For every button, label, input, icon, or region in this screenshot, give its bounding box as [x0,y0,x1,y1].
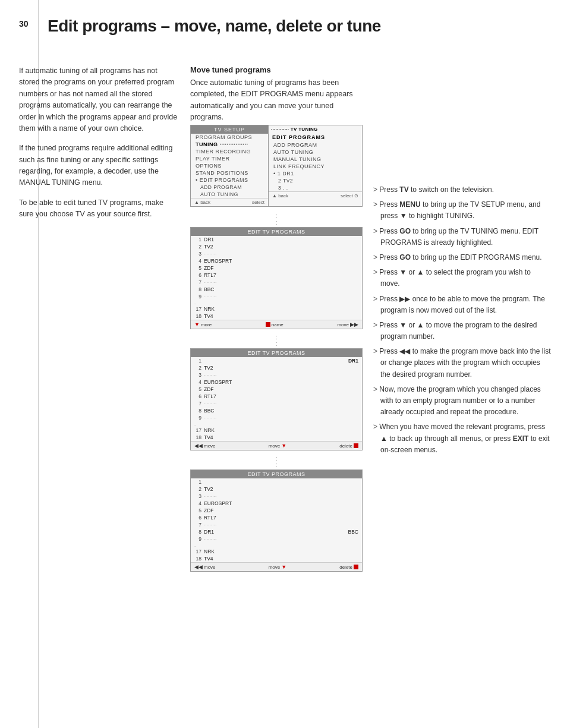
menu-right-panel: ············ TV TUNING EDIT PROGRAMS ADD… [268,125,362,206]
connector-1: :: [190,212,363,227]
prog-row-3-8: 8DR1BBC [191,528,362,535]
menu-edit-programs-label: EDIT PROGRAMS [269,133,362,141]
prog-footer-1: ▼ more name move ▶▶ [191,320,362,329]
menus-container: TV SETUP PROGRAM GROUPS TUNING ·········… [190,125,363,575]
left-para-1: If automatic tuning of all programs has … [19,65,179,134]
prog-header-2: EDIT TV PROGRAMS [191,349,362,357]
prog-row-1-17: 17NRK [191,305,362,313]
prog-list-1: EDIT TV PROGRAMS 1DR1 2TV2 3········· 4E… [190,227,363,329]
menu-item-timer-rec: TIMER RECORDING [191,148,268,155]
footer-move-left-3: ◀◀ move [194,564,216,570]
prog-header-1: EDIT TV PROGRAMS [191,228,362,236]
prog-row-1-9: 9········· [191,293,362,300]
select-btn: select [252,200,264,205]
prog-row-1-2: 2TV2 [191,243,362,250]
menu-left-panel: TV SETUP PROGRAM GROUPS TUNING ·········… [191,125,268,206]
menu-add-program: ADD PROGRAM [269,141,362,149]
select-btn-r: select ⊙ [341,193,358,198]
menu-footer-left: ▲ back select [191,198,268,206]
prog-row-2-8: 8BBC [191,407,362,414]
menu-item-stand-pos: STAND POSITIONS [191,169,268,177]
prog-row-2-6: 6RTL7 [191,393,362,400]
instr-2: Press MENU to bring up the TV SETUP menu… [373,199,552,222]
prog-row-2-7: 7········· [191,400,362,407]
prog-row-1-1: 1DR1 [191,236,362,243]
instr-9: Now, move the program which you changed … [373,384,552,418]
menu-item-tuning: TUNING ················ [191,141,268,148]
connector-3: :: [190,454,363,469]
prog-list-3: EDIT TV PROGRAMS 1 2TV2 3········· 4EURO… [190,469,363,572]
prog-header-3: EDIT TV PROGRAMS [191,470,362,478]
menu-item-play-timer: PLAY TIMER [191,155,268,162]
back-btn-r: ▲ back [272,193,288,198]
instr-10: When you have moved the relevant program… [373,421,552,456]
menu-manual-tuning: MANUAL TUNING [269,156,362,163]
section-intro: Once automatic tuning of programs has be… [190,77,357,124]
prog-row-1-5: 5ZDF [191,264,362,272]
instr-1: Press TV to switch on the television. [373,184,552,196]
prog-footer-2: ◀◀ move move ▼ delete [191,441,362,450]
left-para-2: If the tuned programs require additional… [19,143,179,189]
prog-row-2-1: 1DR1 [191,357,362,364]
prog-row-3-5: 5ZDF [191,507,362,514]
section-heading: Move tuned programs [190,65,271,74]
menu-item-prog-groups: PROGRAM GROUPS [191,134,268,141]
instructions-column: Press TV to switch on the television. Pr… [373,184,552,459]
footer-delete-3: delete [339,564,358,570]
menu-footer-right: ▲ back select ⊙ [269,191,362,200]
prog-row-1-3: 3········· [191,250,362,257]
instr-8: Press ◀◀ to make the program move back i… [373,346,552,380]
menu-link-freq: LINK FREQUENCY [269,163,362,170]
prog-row-3-3: 3········· [191,493,362,500]
prog-row-1-6: 6RTL7 [191,272,362,279]
prog-row-3-9: 9········· [191,535,362,543]
menu-item-auto-tuning: AUTO TUNING [191,191,268,198]
prog-row-2-17: 17NRK [191,427,362,434]
prog-row-2-3: 3········· [191,371,362,379]
prog-row-1-8: 8BBC [191,286,362,293]
prog-row-3-6: 6RTL7 [191,514,362,521]
prog-row-3-7: 7········· [191,521,362,528]
prog-row-2-9: 9········· [191,414,362,421]
connector-2: :: [190,333,363,348]
prog-row-1-7: 7········· [191,279,362,286]
instr-5: Press ▼ or ▲ to select the program you w… [373,267,552,289]
footer-move-left: ◀◀ move [194,443,216,449]
instr-6: Press ▶▶ once to be able to move the pro… [373,294,552,316]
prog-row-2-4: 4EUROSPRT [191,379,362,386]
prog-row-2-5: 5ZDF [191,386,362,393]
prog-row-3-17: 17NRK [191,548,362,555]
prog-row-3-4: 4EUROSPRT [191,500,362,507]
menu-item-add-prog: ADD PROGRAM [191,184,268,191]
prog-row-2-18: 18TV4 [191,434,362,441]
page-title: Edit programs – move, name, delete or tu… [48,17,381,36]
menu-header-tvsetup: TV SETUP [191,125,268,134]
prog-row-1-4: 4EUROSPRT [191,257,362,264]
footer-move-right: move ▼ [269,443,286,449]
prog-row-3-1: 1 [191,478,362,486]
back-btn: ▲ back [194,200,210,205]
instr-7: Press ▼ or ▲ to move the program to the … [373,320,552,342]
footer-more: ▼ more [194,322,212,327]
menu-tv-setup: TV SETUP PROGRAM GROUPS TUNING ·········… [190,125,363,207]
prog-row-1-18: 18TV4 [191,313,362,320]
prog-list-2: EDIT TV PROGRAMS 1DR1 2TV2 3········· 4E… [190,348,363,450]
menu-1-dr1: 1 DR1 [269,170,362,177]
instr-3: Press GO to bring up the TV TUNING menu.… [373,226,552,248]
menu-item-edit-prog: EDIT PROGRAMS [191,177,268,184]
left-column: If automatic tuning of all programs has … [19,65,179,229]
prog-footer-3: ◀◀ move move ▼ delete [191,562,362,571]
prog-row-2-2: 2TV2 [191,364,362,371]
footer-delete: delete [339,443,358,449]
menu-item-options: OPTIONS [191,162,268,169]
page-number: 30 [19,19,29,29]
footer-name: name [266,322,284,327]
prog-row-3-2: 2TV2 [191,486,362,493]
footer-move: move ▶▶ [337,322,358,327]
menu-2-tv2: 2 TV2 [269,177,362,184]
menu-3-dots: 3 . . [269,184,362,191]
left-para-3: To be able to edit tuned TV programs, ma… [19,197,179,220]
footer-move-right-3: move ▼ [269,564,286,570]
instr-4: Press GO to bring up the EDIT PROGRAMS m… [373,252,552,263]
menu-tv-tuning-label: ············ TV TUNING [269,125,362,133]
